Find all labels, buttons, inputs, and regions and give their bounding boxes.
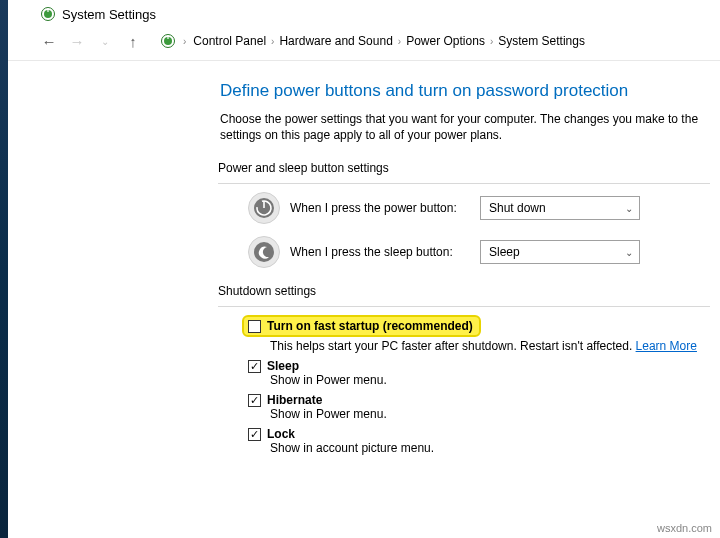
hibernate-desc: Show in Power menu. [270,407,710,421]
fast-startup-highlight: Turn on fast startup (recommended) [242,315,481,337]
content-area: Define power buttons and turn on passwor… [0,61,720,465]
divider [218,183,710,184]
breadcrumb-item[interactable]: Hardware and Sound [279,34,392,48]
nav-bar: ← → ⌄ ↑ › Control Panel › Hardware and S… [0,26,720,61]
select-value: Shut down [489,201,546,215]
divider [218,306,710,307]
group-header-button-settings: Power and sleep button settings [218,161,710,175]
power-options-icon [40,6,56,22]
chevron-right-icon: › [490,36,493,47]
sleep-desc: Show in Power menu. [270,373,710,387]
breadcrumb-item[interactable]: Power Options [406,34,485,48]
svg-rect-5 [167,35,168,39]
chevron-down-icon: ⌄ [625,247,633,258]
breadcrumb: Control Panel › Hardware and Sound › Pow… [193,34,585,48]
chevron-down-icon: ⌄ [625,203,633,214]
sleep-checkbox[interactable] [248,360,261,373]
learn-more-link[interactable]: Learn More [636,339,697,353]
fast-startup-checkbox[interactable] [248,320,261,333]
watermark: wsxdn.com [657,522,712,534]
chevron-right-icon: › [398,36,401,47]
breadcrumb-item[interactable]: Control Panel [193,34,266,48]
back-button[interactable]: ← [38,30,60,52]
chevron-right-icon: › [271,36,274,47]
window-title: System Settings [62,7,156,22]
title-bar: System Settings [0,0,720,26]
sleep-button-label: When I press the sleep button: [290,245,470,259]
lock-setting-row: Lock [248,427,710,441]
fast-startup-label: Turn on fast startup (recommended) [267,319,473,333]
power-button-label: When I press the power button: [290,201,470,215]
power-button-action-select[interactable]: Shut down ⌄ [480,196,640,220]
lock-label: Lock [267,427,295,441]
forward-button[interactable]: → [66,30,88,52]
sleep-setting-row: Sleep [248,359,710,373]
select-value: Sleep [489,245,520,259]
power-button-icon [248,192,280,224]
left-edge-decoration [0,0,8,538]
breadcrumb-item[interactable]: System Settings [498,34,585,48]
fast-startup-desc-text: This helps start your PC faster after sh… [270,339,632,353]
hibernate-checkbox[interactable] [248,394,261,407]
svg-point-9 [254,242,274,262]
lock-checkbox[interactable] [248,428,261,441]
fast-startup-desc: This helps start your PC faster after sh… [270,339,710,353]
sleep-button-row: When I press the sleep button: Sleep ⌄ [248,236,710,268]
power-options-icon [160,33,176,49]
recent-dropdown[interactable]: ⌄ [94,30,116,52]
hibernate-setting-row: Hibernate [248,393,710,407]
power-button-row: When I press the power button: Shut down… [248,192,710,224]
hibernate-label: Hibernate [267,393,322,407]
chevron-right-icon: › [183,36,186,47]
sleep-label: Sleep [267,359,299,373]
up-button[interactable]: ↑ [122,30,144,52]
svg-rect-2 [47,8,48,12]
page-subtitle: Choose the power settings that you want … [220,111,710,143]
sleep-button-icon [248,236,280,268]
lock-desc: Show in account picture menu. [270,441,710,455]
group-header-shutdown-settings: Shutdown settings [218,284,710,298]
svg-rect-8 [263,201,265,208]
sleep-button-action-select[interactable]: Sleep ⌄ [480,240,640,264]
page-title: Define power buttons and turn on passwor… [220,81,710,101]
